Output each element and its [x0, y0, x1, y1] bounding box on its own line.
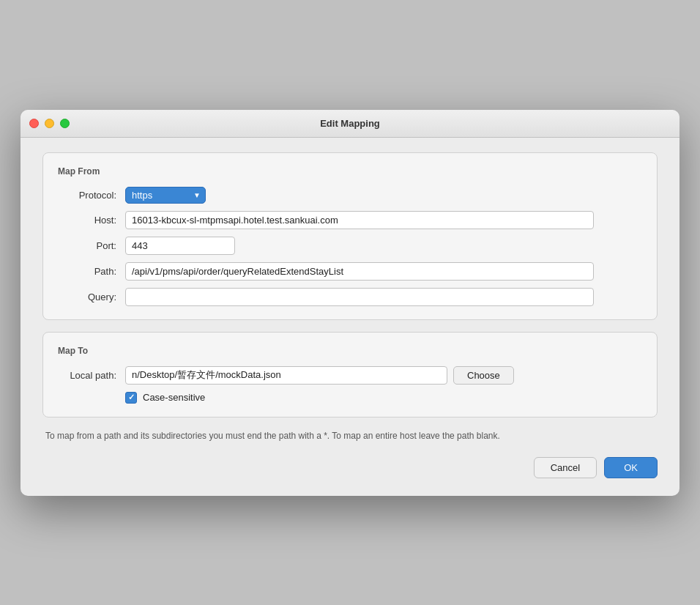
- host-row: Host:: [58, 211, 642, 229]
- protocol-value: https: [132, 190, 189, 201]
- host-input[interactable]: [125, 211, 594, 229]
- query-input[interactable]: [125, 288, 594, 306]
- query-row: Query:: [58, 288, 642, 306]
- choose-button[interactable]: Choose: [453, 366, 514, 385]
- map-to-label: Map To: [58, 346, 642, 356]
- query-label: Query:: [58, 292, 116, 302]
- local-path-label: Local path:: [58, 370, 116, 381]
- window-title: Edit Mapping: [320, 118, 380, 129]
- case-sensitive-checkbox-wrapper[interactable]: ✓ Case-sensitive: [125, 392, 205, 404]
- local-path-input[interactable]: [125, 366, 447, 385]
- dialog-content: Map From Protocol: https ▼ Host: Port: P…: [21, 138, 679, 496]
- protocol-label: Protocol:: [58, 190, 116, 201]
- dropdown-arrow-icon: ▼: [193, 191, 201, 199]
- dialog-window: Edit Mapping Map From Protocol: https ▼ …: [21, 110, 679, 496]
- checkmark-icon: ✓: [128, 393, 135, 402]
- cancel-button[interactable]: Cancel: [534, 457, 597, 478]
- ok-button[interactable]: OK: [604, 457, 658, 478]
- case-sensitive-row: ✓ Case-sensitive: [125, 392, 642, 404]
- port-row: Port:: [58, 237, 642, 255]
- port-label: Port:: [58, 240, 116, 251]
- maximize-button[interactable]: [60, 119, 70, 128]
- case-sensitive-checkbox[interactable]: ✓: [125, 392, 137, 404]
- protocol-select[interactable]: https ▼: [125, 187, 206, 204]
- local-path-row: Local path: Choose: [58, 366, 642, 385]
- map-to-section: Map To Local path: Choose ✓ Case-sensiti…: [42, 332, 658, 417]
- path-input[interactable]: [125, 262, 594, 281]
- map-from-label: Map From: [58, 166, 642, 177]
- button-row: Cancel OK: [42, 457, 658, 478]
- titlebar: Edit Mapping: [21, 110, 679, 138]
- traffic-lights: [29, 119, 70, 128]
- minimize-button[interactable]: [45, 119, 54, 128]
- help-text: To map from a path and its subdirectorie…: [42, 429, 658, 442]
- map-from-section: Map From Protocol: https ▼ Host: Port: P…: [42, 152, 658, 320]
- close-button[interactable]: [29, 119, 39, 128]
- case-sensitive-label: Case-sensitive: [143, 392, 205, 403]
- host-label: Host:: [58, 215, 116, 226]
- port-input[interactable]: [125, 237, 235, 255]
- protocol-row: Protocol: https ▼: [58, 187, 642, 204]
- path-label: Path:: [58, 266, 116, 277]
- path-row: Path:: [58, 262, 642, 281]
